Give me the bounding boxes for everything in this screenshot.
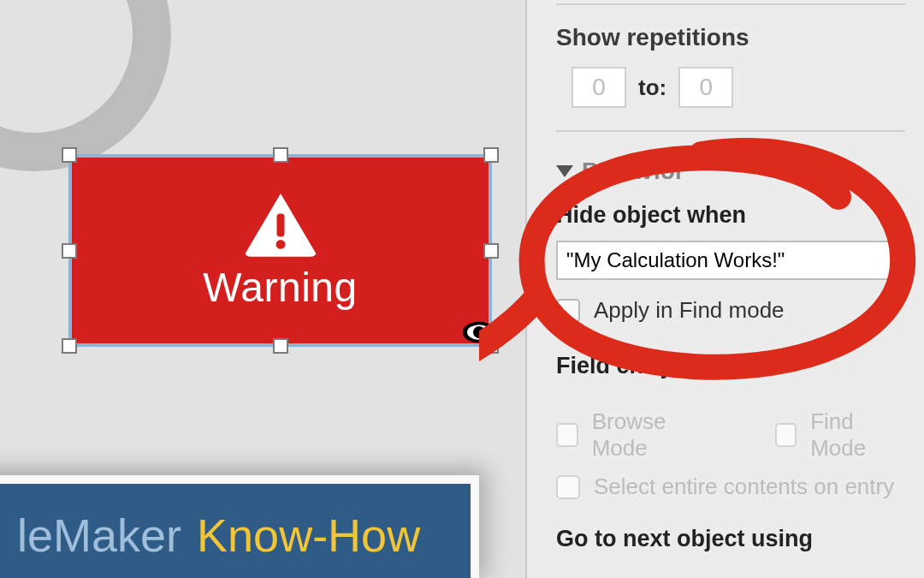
go-next-label: Go to next object using: [556, 526, 905, 552]
show-repetitions-label: Show repetitions: [556, 24, 905, 51]
resize-handle-ml[interactable]: [62, 243, 77, 259]
field-entry-label: Field entry: [556, 353, 905, 379]
inspector-panel: Show repetitions 0 to: 0 Behavior Hide o…: [525, 0, 924, 578]
find-mode-row[interactable]: Find Mode: [775, 408, 905, 462]
browse-mode-checkbox[interactable]: [556, 423, 578, 447]
resize-handle-bl[interactable]: [62, 338, 77, 354]
eye-icon: [461, 314, 497, 350]
hide-object-label: Hide object when: [556, 202, 905, 229]
svg-rect-0: [276, 213, 284, 236]
select-contents-checkbox[interactable]: [556, 475, 580, 499]
layout-canvas[interactable]: Warning leMaker Know-: [0, 0, 525, 578]
select-contents-label: Select entire contents on entry: [594, 474, 894, 500]
resize-handle-bm[interactable]: [273, 338, 288, 354]
find-mode-checkbox[interactable]: [775, 423, 797, 447]
banner-text-1: leMaker: [17, 509, 181, 562]
hide-condition-badge[interactable]: [461, 314, 497, 350]
apply-find-label: Apply in Find mode: [594, 297, 785, 324]
behavior-title: Behavior: [582, 158, 684, 185]
svg-point-4: [473, 326, 485, 338]
repetitions-from-input[interactable]: 0: [572, 67, 626, 108]
select-contents-row[interactable]: Select entire contents on entry: [556, 474, 905, 500]
brand-banner: leMaker Know-How: [0, 475, 479, 578]
warning-box[interactable]: Warning: [68, 154, 492, 347]
hide-calculation-input[interactable]: [556, 241, 905, 280]
disclosure-triangle-icon: [556, 165, 573, 177]
apply-find-checkbox[interactable]: [556, 299, 580, 323]
resize-handle-mr[interactable]: [483, 243, 499, 259]
resize-handle-tm[interactable]: [273, 147, 288, 163]
repetitions-to-label: to:: [638, 74, 666, 101]
selected-warning-object[interactable]: Warning: [68, 154, 492, 347]
resize-handle-tl[interactable]: [62, 147, 77, 163]
browse-mode-row[interactable]: Browse Mode: [556, 408, 715, 462]
resize-handle-tr[interactable]: [483, 147, 499, 163]
find-mode-label: Find Mode: [810, 408, 905, 462]
warning-label: Warning: [203, 264, 357, 311]
apply-find-mode-row[interactable]: Apply in Find mode: [556, 297, 905, 324]
app-stage: Warning leMaker Know-: [0, 0, 924, 578]
browse-mode-label: Browse Mode: [592, 408, 715, 462]
warning-triangle-icon: [242, 190, 319, 259]
banner-text-2: Know-How: [197, 509, 420, 562]
behavior-section-header[interactable]: Behavior: [556, 158, 905, 185]
svg-point-1: [275, 240, 285, 249]
repetitions-to-input[interactable]: 0: [678, 67, 733, 108]
